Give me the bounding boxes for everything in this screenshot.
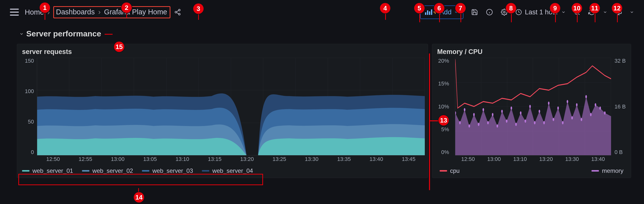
svg-point-17 [459,121,461,124]
panel-title: Memory / CPU [432,44,631,58]
svg-point-34 [539,110,540,113]
panel-memory-cpu[interactable]: Memory / CPU 20% 15% 10% 5% 0% 32 B 16 B… [432,44,631,178]
svg-point-39 [562,121,564,124]
callout-6: 6 [434,3,444,13]
panel-server-requests[interactable]: server requests 150 100 50 0 [17,44,428,178]
y-axis-right: 32 B 16 B 0 B [612,58,631,156]
y-axis: 150 100 50 0 [17,58,36,156]
callout-12: 12 [612,3,622,13]
info-icon[interactable] [486,8,493,16]
legend-item[interactable]: web_server_03 [142,167,193,174]
callout-3: 3 [193,4,204,14]
callout-7: 7 [455,3,466,13]
svg-point-20 [473,113,474,116]
plot-area: 20% 15% 10% 5% 0% 32 B 16 B 0 B [432,58,631,166]
callout-15: 15 [114,42,124,52]
tv-chevron-icon[interactable] [630,10,634,14]
share-icon[interactable] [174,8,181,16]
row-header[interactable]: Server performance — [0,24,644,42]
app-root: Home › Dashboards › Grafana Play Home + … [0,0,644,204]
y-axis-left: 20% 15% 10% 5% 0% [432,58,452,156]
callout-14: 14 [134,192,144,202]
legend-item[interactable]: cpu [440,167,460,174]
panel-icon [425,10,432,15]
svg-point-41 [572,116,573,119]
callout-1: 1 [40,2,50,13]
svg-point-37 [552,118,554,121]
svg-point-24 [492,113,494,116]
svg-point-36 [548,102,550,105]
svg-point-48 [604,112,606,115]
svg-point-31 [524,120,526,123]
breadcrumb-current[interactable]: Grafana Play Home [104,8,167,16]
callout-10: 10 [572,3,582,13]
chevron-right-icon: › [98,8,100,16]
svg-line-11 [578,13,579,14]
panel-title: server requests [17,44,428,58]
svg-point-43 [580,118,582,121]
clock-icon [516,9,522,15]
svg-point-33 [534,121,536,124]
save-icon[interactable] [471,8,478,16]
svg-point-0 [178,9,180,11]
svg-line-4 [176,13,178,14]
svg-point-30 [520,112,522,115]
legend-item[interactable]: web_server_04 [202,167,253,174]
svg-point-29 [515,123,517,126]
svg-point-40 [567,100,568,103]
refresh-chevron-icon[interactable] [603,10,607,14]
panels-grid: server requests 150 100 50 0 [0,42,644,183]
x-axis: 12:5012:5513:0013:0513:1013:1513:2013:25… [37,156,425,166]
svg-point-23 [487,121,489,124]
legend: web_server_01 web_server_02 web_server_0… [17,166,428,178]
callout-2: 2 [121,2,132,13]
svg-point-1 [175,12,176,13]
callout-11: 11 [590,3,600,13]
svg-point-32 [529,105,531,108]
topbar-right: + Add Last 1 hour [420,6,634,19]
plot-area: 150 100 50 0 [17,58,428,166]
x-axis: 12:5013:0013:1013:2013:3013:40 [455,156,611,166]
svg-point-45 [590,113,592,116]
callout-5: 5 [414,3,424,13]
chart-canvas[interactable] [455,58,611,156]
svg-point-38 [557,106,559,110]
legend-item[interactable]: web_server_02 [82,167,133,174]
chevron-down-icon [561,10,566,14]
chevron-down-icon [19,32,24,36]
svg-point-16 [455,112,456,115]
svg-line-3 [176,10,178,12]
svg-point-47 [600,106,601,110]
topbar: Home › Dashboards › Grafana Play Home + … [0,0,644,24]
svg-point-28 [510,106,512,110]
breadcrumb-dashboards[interactable]: Dashboards [56,8,94,16]
chart-canvas[interactable] [37,58,425,156]
svg-point-46 [595,103,596,106]
svg-point-25 [496,124,498,128]
svg-point-26 [501,110,503,113]
row-title: Server performance [26,29,101,38]
callout-9: 9 [550,3,560,13]
svg-point-27 [506,120,507,123]
svg-point-44 [585,95,587,98]
callout-8: 8 [506,3,516,13]
svg-point-18 [464,108,466,112]
legend: cpu memory [432,166,631,178]
svg-point-42 [576,103,577,106]
callout-4: 4 [380,3,390,13]
svg-point-35 [543,121,545,124]
svg-point-2 [178,13,180,15]
legend-item[interactable]: web_server_01 [22,167,73,174]
svg-point-8 [503,12,505,13]
svg-point-19 [468,124,470,128]
svg-point-22 [482,108,484,112]
legend-item[interactable]: memory [592,167,624,174]
callout-13: 13 [438,115,449,126]
svg-point-21 [478,123,479,126]
menu-icon[interactable] [10,9,19,16]
